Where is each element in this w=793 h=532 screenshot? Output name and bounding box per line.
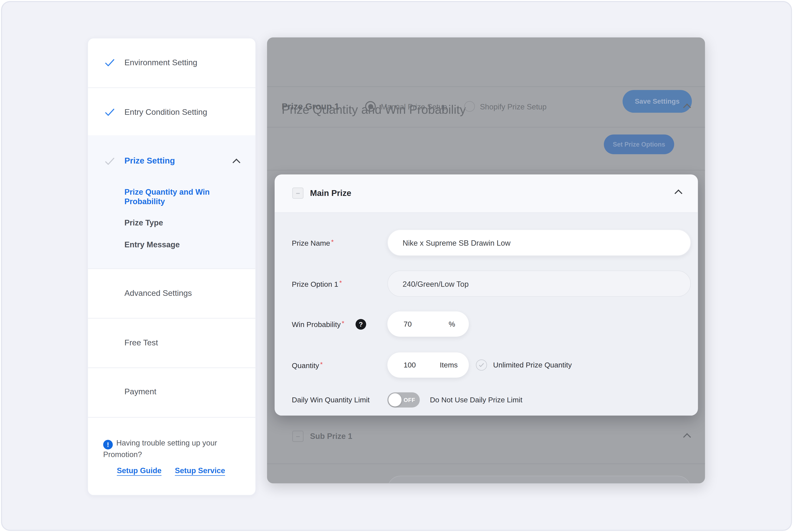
set-prize-options-button[interactable]: Set Prize Options [604, 134, 674, 154]
required-asterisk: * [339, 279, 342, 287]
sidebar-item-label: Free Test [124, 338, 158, 347]
quantity-input[interactable]: 100 Items [388, 353, 469, 378]
divider [88, 417, 256, 417]
daily-limit-note: Do Not Use Daily Prize Limit [430, 396, 523, 404]
divider [267, 87, 705, 87]
sidebar-item-prize-setting[interactable]: Prize Setting [124, 156, 175, 166]
main-prize-title: Main Prize [310, 188, 351, 198]
collapse-box-icon[interactable]: − [292, 188, 304, 199]
sidebar-item-label: Advanced Settings [124, 289, 192, 298]
setup-steps-sidebar: Environment Setting Entry Condition Sett… [88, 38, 256, 495]
required-asterisk: * [342, 320, 344, 327]
divider [267, 127, 705, 127]
daily-limit-label: Daily Win Quantity Limit [292, 396, 370, 404]
divider [88, 367, 256, 368]
check-icon [104, 106, 116, 118]
required-asterisk: * [320, 360, 323, 368]
prize-settings-panel: Prize Quantity and Win Probability Save … [267, 37, 705, 483]
win-probability-unit: % [449, 320, 455, 328]
win-probability-label: Win Probability* [292, 320, 344, 329]
divider [267, 170, 705, 170]
prize-group-title: Prize Group 1 [282, 101, 339, 112]
question-icon[interactable]: ? [356, 319, 366, 329]
check-icon [104, 57, 116, 69]
sidebar-item-label: Payment [124, 387, 156, 396]
divider [88, 88, 256, 88]
manual-prize-setup-radio[interactable] [365, 101, 376, 112]
help-message: !Having trouble setting up your Promotio… [103, 438, 243, 459]
win-probability-input[interactable]: 70 % [388, 311, 469, 337]
chevron-up-icon[interactable] [683, 433, 691, 441]
sidebar-item-label: Entry Condition Setting [124, 108, 207, 117]
toggle-state-label: OFF [404, 397, 415, 403]
check-icon [478, 362, 485, 368]
main-prize-card: − Main Prize Prize Name* Prize Option 1*… [275, 174, 698, 416]
manual-prize-setup-label[interactable]: Manual Prize Setup [381, 102, 447, 111]
shopify-prize-setup-radio[interactable] [464, 101, 475, 112]
unlimited-quantity-label[interactable]: Unlimited Prize Quantity [493, 361, 572, 369]
sub-prize-title: Sub Prize 1 [310, 432, 352, 441]
unlimited-quantity-checkbox[interactable] [476, 359, 487, 370]
app-window: Environment Setting Entry Condition Sett… [0, 0, 793, 532]
sidebar-item-prize-type[interactable]: Prize Type [124, 218, 163, 228]
help-links: Setup Guide Setup Service [117, 466, 225, 475]
divider [267, 464, 705, 464]
sidebar-item-label: Environment Setting [124, 58, 197, 67]
chevron-up-icon[interactable] [675, 190, 682, 197]
setup-guide-link[interactable]: Setup Guide [117, 466, 162, 475]
help-text: Having trouble setting up your Promotion… [103, 438, 217, 458]
save-settings-button[interactable]: Save Settings [623, 90, 692, 113]
next-field-peek [388, 476, 691, 483]
prize-name-label: Prize Name* [292, 238, 334, 247]
win-probability-value: 70 [403, 320, 412, 328]
divider [88, 268, 256, 269]
toggle-knob [389, 393, 402, 406]
required-asterisk: * [331, 238, 334, 246]
setup-service-link[interactable]: Setup Service [175, 466, 225, 475]
prize-option-label: Prize Option 1* [292, 279, 342, 288]
prize-option-input[interactable] [388, 270, 691, 297]
quantity-unit: Items [440, 361, 458, 369]
collapse-box-icon[interactable]: − [292, 431, 304, 442]
quantity-value: 100 [403, 361, 416, 369]
divider [88, 318, 256, 318]
sidebar-item-entry-message[interactable]: Entry Message [124, 240, 180, 249]
quantity-label: Quantity* [292, 360, 323, 369]
sidebar-item-prize-quantity-win-probability[interactable]: Prize Quantity and Win Probability [124, 187, 240, 206]
daily-limit-toggle[interactable]: OFF [388, 392, 420, 407]
shopify-prize-setup-label[interactable]: Shopify Prize Setup [480, 102, 547, 111]
check-icon-gray [104, 155, 116, 167]
info-icon: ! [103, 440, 113, 450]
prize-name-input[interactable] [388, 230, 691, 256]
